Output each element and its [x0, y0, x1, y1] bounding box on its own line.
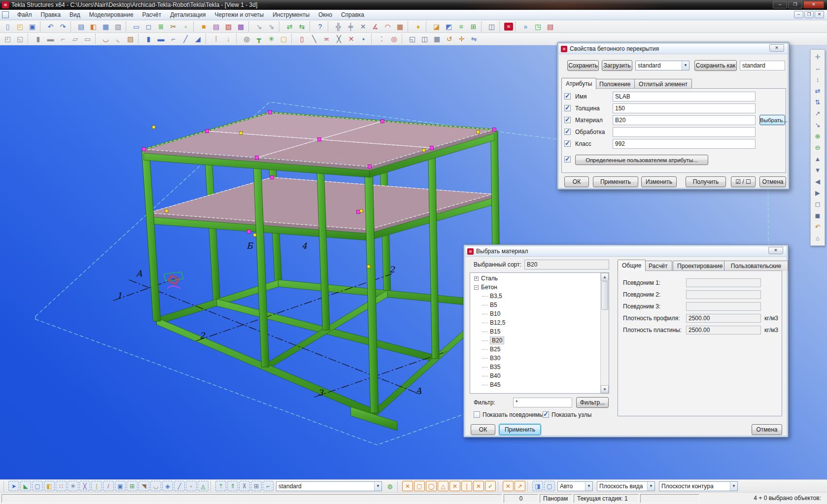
swap-y-icon[interactable]: ⇅ — [812, 97, 824, 107]
scroll-thumb[interactable] — [601, 281, 608, 310]
chevron-down-icon[interactable]: ▼ — [647, 482, 655, 491]
field-input-Толщина[interactable]: 150 — [613, 103, 756, 113]
filter-input[interactable]: * — [513, 398, 572, 407]
dialog-close-icon[interactable]: ✕ — [768, 247, 783, 254]
dialog-close-icon[interactable]: ✕ — [769, 44, 784, 52]
snap-bolt-icon[interactable]: / — [103, 481, 114, 491]
keyboard-icon[interactable]: ▤ — [545, 21, 556, 32]
get-button[interactable]: Получить — [686, 176, 726, 187]
more-icon[interactable]: » — [520, 21, 531, 32]
sel-part-icon[interactable]: ▢ — [414, 481, 425, 491]
menu-Справка[interactable]: Справка — [337, 10, 369, 19]
uda-checkbox[interactable] — [564, 156, 571, 163]
checkbox-Показать узлы[interactable] — [543, 411, 549, 418]
handle-magenta[interactable] — [493, 128, 496, 132]
snap-diag-icon[interactable]: ╱ — [174, 481, 185, 491]
user-attributes-button[interactable]: Определенные пользователем атрибуты... — [575, 155, 708, 165]
components-icon[interactable]: ≡ — [455, 21, 467, 32]
frame-icon[interactable]: ▦ — [394, 21, 406, 32]
tree-item-B45[interactable]: B45 — [470, 380, 600, 389]
profile-combo[interactable]: standard ▼ — [635, 61, 689, 70]
tree-scrollbar[interactable]: ▲ ▼ — [600, 273, 609, 393]
beam-gray-icon[interactable]: ▬ — [45, 34, 56, 44]
auto-connect-icon[interactable]: ✳ — [266, 34, 277, 44]
angle-icon[interactable]: ∡ — [370, 21, 381, 32]
field-input-Плотность пластины:[interactable]: 2500.00 — [686, 326, 761, 335]
mirror-icon[interactable]: ◫ — [419, 34, 430, 44]
menu-Инструменты[interactable]: Инструменты — [268, 10, 314, 19]
menu-Чертежи и отчеты[interactable]: Чертежи и отчеты — [210, 10, 269, 19]
pad-footing-icon[interactable]: ◟ — [112, 34, 124, 44]
ok-button[interactable]: ОК — [471, 424, 495, 435]
field-input-Плотность профиля:[interactable]: 2500.00 — [686, 314, 761, 323]
save-as-button[interactable]: Сохранить как — [694, 60, 737, 71]
component-box-icon[interactable]: ▢ — [278, 34, 289, 44]
handle-yellow[interactable] — [367, 265, 370, 268]
view-plane-combo[interactable]: Плоскость вида ▼ — [597, 481, 655, 491]
sync-2-icon[interactable]: ⇆ — [296, 21, 308, 32]
list-icon[interactable]: ≣ — [155, 21, 167, 32]
home-icon[interactable]: ⌂ — [812, 233, 824, 243]
handle-magenta[interactable] — [142, 148, 146, 151]
sel-x4-icon[interactable]: ✕ — [503, 481, 514, 491]
tab-Отлитый элемент[interactable]: Отлитый элемент — [634, 79, 692, 89]
tree-item-B10[interactable]: B10 — [470, 309, 600, 318]
tree-item-B15[interactable]: B15 — [470, 327, 600, 336]
snap-up1-icon[interactable]: ⇡ — [215, 481, 226, 491]
handle-yellow[interactable] — [253, 234, 256, 236]
tree-item-B20[interactable]: B20 — [470, 336, 600, 345]
ne-icon[interactable]: ↗ — [812, 108, 824, 119]
tree-item-Бетон[interactable]: −Бетон — [470, 283, 600, 292]
snap-points-icon[interactable]: ∷ — [56, 481, 67, 491]
field-checkbox-Материал[interactable] — [564, 117, 571, 123]
handle-yellow[interactable] — [152, 126, 155, 129]
field-checkbox-Обработка[interactable] — [564, 129, 571, 135]
poly-gray-icon[interactable]: ⌐ — [57, 34, 69, 44]
snap-line-icon[interactable]: | — [91, 481, 102, 491]
menu-Файл[interactable]: Файл — [13, 10, 36, 19]
sel-x3-icon[interactable]: ✕ — [473, 481, 484, 491]
weld-icon[interactable]: ▯ — [296, 34, 308, 44]
point-red-icon[interactable]: ✕ — [345, 34, 357, 44]
up-icon[interactable]: ▲ — [812, 154, 824, 164]
part-red-icon[interactable]: ▨ — [223, 21, 234, 32]
point-2-icon[interactable]: ⇘ — [266, 21, 277, 32]
handle-magenta[interactable] — [381, 120, 384, 123]
roof-slab[interactable] — [144, 112, 494, 177]
field-input-Псевдоним 1:[interactable] — [686, 278, 761, 287]
panel-gray-icon[interactable]: ▭ — [82, 34, 93, 44]
plate-icon[interactable]: ◢ — [192, 34, 204, 44]
cancel-button[interactable]: Отмена — [752, 424, 782, 435]
select-object-icon[interactable]: ◩ — [443, 21, 454, 32]
snap-tri-icon[interactable]: ◬ — [198, 481, 208, 491]
handle-magenta[interactable] — [247, 230, 251, 234]
snap-edge-icon[interactable]: ⌐ — [263, 481, 274, 491]
chevron-down-icon[interactable]: ▼ — [374, 482, 381, 491]
snap-up2-icon[interactable]: ⇑ — [227, 481, 238, 491]
tree-item-B35[interactable]: B35 — [470, 363, 600, 371]
swap-x-icon[interactable]: ⇄ — [812, 86, 824, 96]
tab-Общие[interactable]: Общие — [618, 260, 646, 271]
apply-button[interactable]: Применить — [593, 176, 638, 187]
expand-icon[interactable]: + — [474, 276, 479, 281]
material-tree[interactable]: +Сталь−БетонB3,5B5B10B12,5B15B20B25B30B3… — [470, 272, 609, 394]
properties-icon[interactable]: ◻ — [143, 21, 154, 32]
sel-tri-icon[interactable]: △ — [438, 481, 448, 491]
point-1-icon[interactable]: ↘ — [253, 21, 265, 32]
sel-all-icon[interactable]: ✕ — [402, 481, 413, 491]
collapse-icon[interactable]: − — [474, 285, 479, 290]
paste-special-icon[interactable]: ▧ — [112, 21, 124, 32]
slab-gray-icon[interactable]: ▱ — [69, 34, 81, 44]
handle-magenta[interactable] — [368, 165, 372, 168]
handle-yellow[interactable] — [165, 209, 168, 212]
curved-beam-icon[interactable]: ╱ — [180, 34, 191, 44]
point-blue-icon[interactable]: ▪ — [358, 34, 369, 44]
dialog-titlebar[interactable]: ≋ Свойства бетонного перекрытия — [559, 44, 788, 54]
level-icon[interactable]: ╪ — [345, 21, 356, 32]
menu-Правка[interactable]: Правка — [36, 10, 66, 19]
field-input-Материал[interactable]: B20 — [613, 115, 756, 125]
scroll-up-icon[interactable]: ▲ — [601, 273, 609, 281]
handle-magenta[interactable] — [271, 176, 274, 179]
tree-item-B5[interactable]: B5 — [470, 301, 600, 309]
field-input-Класс[interactable]: 992 — [613, 139, 756, 149]
